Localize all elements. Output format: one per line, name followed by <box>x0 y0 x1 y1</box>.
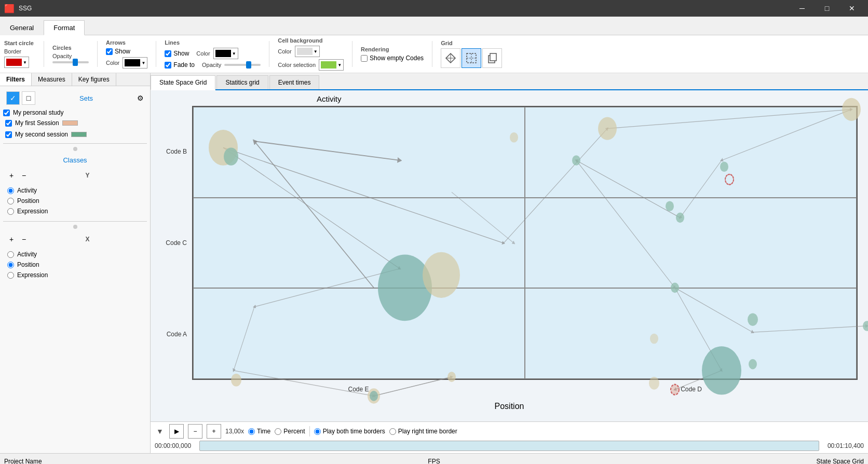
playback-divider <box>309 426 310 436</box>
grid-cell-11 <box>525 198 857 289</box>
circles-section: Circles Opacity <box>52 45 89 63</box>
grid-diamond-button[interactable] <box>441 48 460 68</box>
y-expression-radio[interactable]: Expression <box>7 208 143 215</box>
arrows-color-label: Color <box>106 60 119 66</box>
filter-check-icon[interactable]: ✓ <box>6 91 20 105</box>
x-axis-label: X <box>31 236 144 243</box>
cell-bg-title: Cell background <box>278 37 344 44</box>
left-panel: Filters Measures Key figures ✓ □ Sets ⚙ … <box>0 73 151 453</box>
grid-dashed-button[interactable] <box>462 48 481 68</box>
percent-radio[interactable]: Percent <box>275 428 305 435</box>
tab-general[interactable]: General <box>0 20 44 35</box>
lines-fade-input[interactable] <box>165 62 171 69</box>
divider-6 <box>432 41 432 67</box>
circles-opacity-label: Opacity <box>52 53 72 59</box>
svg-rect-7 <box>490 53 496 61</box>
session-2: My second session <box>3 130 147 139</box>
x-activity-label: Activity <box>17 251 37 258</box>
cell-selection-color-btn[interactable]: ▼ <box>319 59 344 71</box>
lines-color-arrow: ▼ <box>232 51 236 56</box>
cell-selection-arrow: ▼ <box>337 63 342 67</box>
minimize-button[interactable]: ─ <box>790 0 814 17</box>
panel-handle-2 <box>3 221 147 230</box>
x-position-radio[interactable]: Position <box>7 261 143 268</box>
tab-event-times[interactable]: Event times <box>269 75 320 89</box>
tab-filters[interactable]: Filters <box>0 73 32 86</box>
time-label: Time <box>257 428 270 435</box>
x-remove-button[interactable]: − <box>19 234 29 244</box>
play-right-radio[interactable]: Play right time border <box>389 428 457 435</box>
activity-title: Activity <box>317 94 342 103</box>
grid-copy-button[interactable] <box>482 48 502 68</box>
arrows-show-checkbox[interactable]: Show <box>106 48 147 55</box>
lines-fade-checkbox[interactable]: Fade to <box>165 61 195 69</box>
close-button[interactable]: ✕ <box>840 0 864 17</box>
cell-bg-color-btn[interactable]: ▼ <box>295 46 320 57</box>
circles-slider-row <box>52 61 89 63</box>
lines-opacity-slider[interactable] <box>224 64 261 66</box>
cell-bg-color-arrow: ▼ <box>314 49 318 54</box>
playback-controls: ▼ ▶ − + 13,00x Time Percent Play both ti… <box>155 424 864 439</box>
grid-buttons <box>441 48 502 68</box>
arrows-color-btn[interactable]: ▼ <box>123 57 147 69</box>
plus-button[interactable]: + <box>207 424 221 439</box>
state-space-grid-status: State Space Grid <box>583 458 864 465</box>
time-end-label: 00:01:10,400 <box>822 442 864 449</box>
filter-square-icon[interactable]: □ <box>22 91 35 105</box>
x-activity-radio[interactable]: Activity <box>7 251 143 258</box>
start-circle-title: Start circle <box>4 40 35 46</box>
time-start-label: 00:00:00,000 <box>155 442 196 449</box>
lines-show-input[interactable] <box>165 50 171 57</box>
lines-top-row: Show Color ▼ <box>165 48 261 59</box>
x-add-button[interactable]: + <box>6 234 17 244</box>
state-grid <box>192 106 858 380</box>
maximize-button[interactable]: □ <box>815 0 839 17</box>
y-remove-button[interactable]: − <box>19 170 29 181</box>
percent-label: Percent <box>283 428 305 435</box>
main-tabbar: General Format <box>0 17 868 35</box>
cell-background-section: Cell background Color ▼ Color selection … <box>278 37 344 71</box>
filter-controls: ✓ □ Sets ⚙ <box>3 89 147 107</box>
show-empty-codes-checkbox[interactable]: Show empty Codes <box>361 54 424 62</box>
sets-gear-button[interactable]: ⚙ <box>137 94 144 102</box>
study-item: My personal study <box>3 109 147 116</box>
play-both-radio[interactable]: Play both time borders <box>314 428 385 435</box>
arrows-section: Arrows Show Color ▼ <box>106 39 147 69</box>
y-axis-label: Y <box>31 172 144 179</box>
collapse-button[interactable]: ▼ <box>155 426 165 436</box>
session2-checkbox[interactable] <box>5 131 12 138</box>
divider-5 <box>352 41 352 67</box>
study-checkbox[interactable] <box>3 110 10 116</box>
time-radio[interactable]: Time <box>248 428 270 435</box>
y-position-radio[interactable]: Position <box>7 197 143 204</box>
lines-show-checkbox[interactable]: Show <box>165 50 189 57</box>
session1-checkbox[interactable] <box>5 120 12 127</box>
start-circle-border-color[interactable]: ▼ <box>4 57 29 68</box>
y-activity-radio[interactable]: Activity <box>7 187 143 194</box>
circles-opacity-slider[interactable] <box>52 61 89 63</box>
tab-statistics-grid[interactable]: Statitics grid <box>216 75 268 89</box>
grid-cell-20 <box>193 288 525 379</box>
x-expression-radio[interactable]: Expression <box>7 271 143 279</box>
tab-measures[interactable]: Measures <box>32 73 72 86</box>
minus-button[interactable]: − <box>188 424 202 439</box>
play-right-label: Play right time border <box>398 428 457 435</box>
y-radio-group: Activity Position Expression <box>3 185 147 217</box>
lines-fade-label: Fade to <box>173 61 195 69</box>
y-position-label: Position <box>17 197 39 204</box>
timeline-bar[interactable] <box>199 441 819 451</box>
tab-state-space-grid[interactable]: State Space Grid <box>151 75 215 90</box>
tab-format[interactable]: Format <box>44 20 85 35</box>
play-button[interactable]: ▶ <box>169 424 184 439</box>
tab-key-figures[interactable]: Key figures <box>72 73 116 86</box>
y-add-button[interactable]: + <box>6 170 17 181</box>
play-both-label: Play both time borders <box>323 428 385 435</box>
divider-3 <box>156 41 156 67</box>
lines-color-btn[interactable]: ▼ <box>213 48 238 59</box>
arrows-show-input[interactable] <box>106 48 113 55</box>
svg-point-51 <box>863 321 868 331</box>
x-axis-header: + − X <box>3 232 147 247</box>
y-labels: Code B Code C Code A <box>161 106 190 380</box>
start-circle-section: Start circle Border ▼ <box>4 40 35 68</box>
show-empty-codes-input[interactable] <box>361 55 368 62</box>
